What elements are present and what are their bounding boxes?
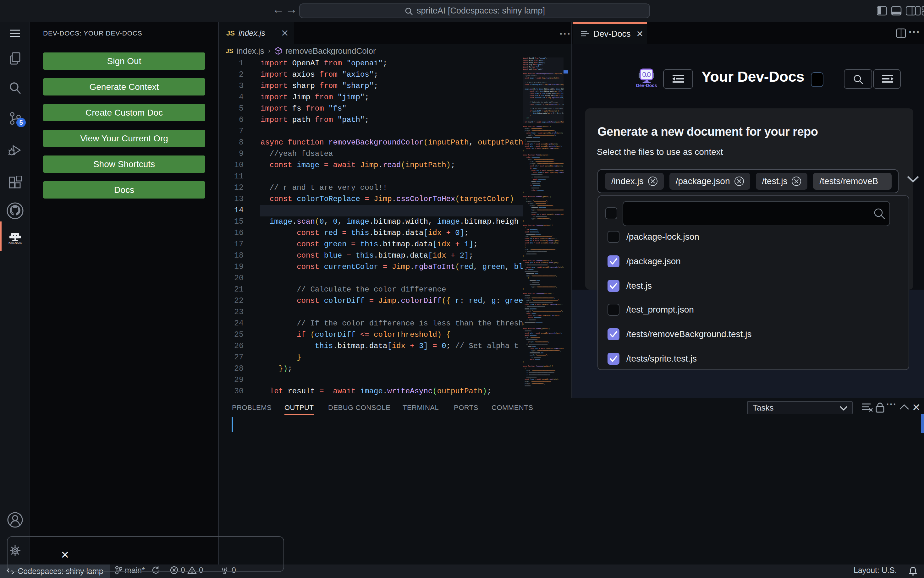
- svg-text:Dev-Docs: Dev-Docs: [8, 242, 22, 245]
- svg-text:Dev-Docs: Dev-Docs: [636, 83, 657, 88]
